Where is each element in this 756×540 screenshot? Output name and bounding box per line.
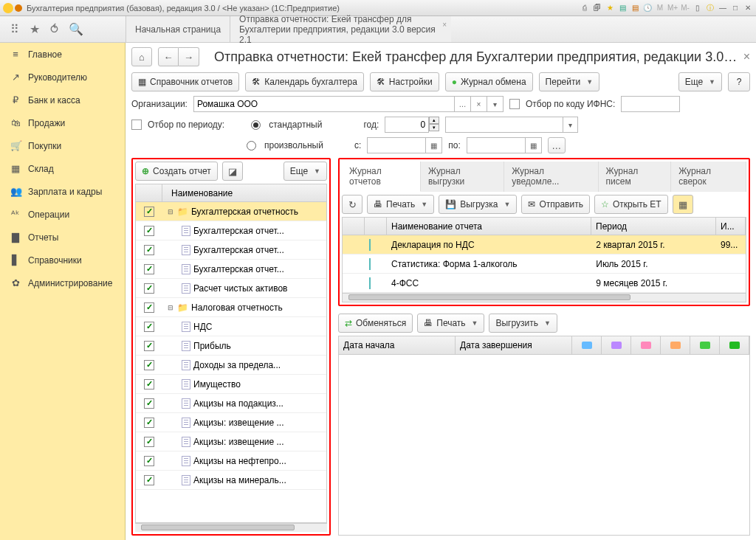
checkbox[interactable]: ✓ (144, 245, 154, 255)
checkbox[interactable]: ✓ (144, 302, 154, 313)
checkbox[interactable]: ✓ (144, 475, 154, 485)
calendar-icon[interactable]: ▦ (526, 137, 542, 153)
checkbox[interactable]: ✓ (144, 207, 154, 217)
journal-tab[interactable]: Журнал выгрузки (421, 162, 504, 192)
h-scrollbar[interactable] (343, 293, 746, 302)
sidebar-item[interactable]: ↗Руководителю (0, 66, 125, 89)
sys-icon[interactable]: ▤ (617, 3, 628, 13)
sidebar-item[interactable]: 🛍Продажи (0, 111, 125, 134)
period-drop-icon[interactable]: ▾ (563, 117, 578, 133)
checkbox[interactable]: ✓ (144, 437, 154, 447)
tree-row[interactable]: ✓ Прибыль (136, 336, 326, 356)
sys-icon[interactable]: 🕓 (642, 3, 653, 13)
sidebar-item[interactable]: 🛒Покупки (0, 134, 125, 157)
tree-row[interactable]: ✓ Акцизы: извещение ... (136, 432, 326, 451)
sidebar-item[interactable]: 👥Зарплата и кадры (0, 180, 125, 203)
search-icon[interactable]: 🔍 (69, 22, 83, 36)
journal-table[interactable]: Наименование отчета Период И... Декларац… (342, 217, 746, 302)
tree-row[interactable]: ✓ Бухгалтерская отчет... (136, 240, 326, 260)
year-input[interactable] (385, 117, 429, 133)
tree-row[interactable]: ✓ НДС (136, 317, 326, 336)
tree-row[interactable]: ✓ ⊟📁Бухгалтерская отчетность (136, 202, 326, 221)
ifns-checkbox[interactable] (509, 99, 520, 109)
journal-tab[interactable]: Журнал писем (599, 162, 672, 192)
tab-home[interactable]: Начальная страница (126, 16, 230, 42)
radio-custom[interactable] (247, 141, 256, 150)
tree-row[interactable]: ✓ Бухгалтерская отчет... (136, 221, 326, 240)
year-down-icon[interactable]: ▾ (429, 124, 439, 131)
checkbox[interactable]: ✓ (144, 264, 154, 274)
history-icon[interactable]: ⥀ (50, 22, 58, 36)
journal-tab[interactable]: Журнал сверок (671, 162, 746, 192)
exchange-journal-button[interactable]: ●Журнал обмена (445, 72, 533, 91)
h-scrollbar[interactable] (135, 523, 327, 532)
tree-row[interactable]: ✓ Доходы за предела... (136, 356, 326, 375)
left-more-button[interactable]: Еще▼ (284, 162, 327, 181)
org-clear-icon[interactable]: × (471, 96, 487, 112)
tree-row[interactable]: ✓ Бухгалтерская отчет... (136, 260, 326, 279)
reports-directory-button[interactable]: ▦Справочник отчетов (131, 72, 239, 91)
sidebar-item[interactable]: ▇Отчеты (0, 226, 125, 249)
radio-standard[interactable] (251, 120, 261, 130)
tree-row[interactable]: ✓ Акцизы: извещение ... (136, 413, 326, 432)
sys-icon[interactable]: ★ (605, 3, 615, 13)
bottom-print-button[interactable]: 🖶Печать▼ (417, 314, 484, 333)
checkbox[interactable]: ✓ (144, 341, 154, 351)
table-row[interactable]: Декларация по НДС 2 квартал 2015 г. 99..… (343, 235, 746, 255)
export-button[interactable]: 💾Выгрузка▼ (439, 195, 517, 214)
year-up-icon[interactable]: ▴ (429, 117, 439, 124)
exchange-button[interactable]: ⇄Обменяться (338, 314, 413, 333)
sys-icon[interactable]: M+ (667, 3, 678, 13)
print-button[interactable]: 🖶Печать▼ (367, 195, 434, 214)
close-window-icon[interactable]: ✕ (743, 3, 753, 13)
tree-row[interactable]: ✓ Имущество (136, 375, 326, 394)
ifns-input[interactable] (621, 96, 680, 112)
reports-tree[interactable]: Наименование ✓ ⊟📁Бухгалтерская отчетност… (135, 184, 327, 523)
period-checkbox[interactable] (131, 120, 142, 130)
home-button[interactable]: ⌂ (131, 47, 152, 66)
sys-icon[interactable]: M (655, 3, 665, 13)
goto-button[interactable]: Перейти▼ (539, 72, 599, 91)
checkbox[interactable]: ✓ (144, 398, 154, 409)
tab-close-icon[interactable]: × (442, 21, 447, 29)
star-icon[interactable]: ★ (30, 22, 40, 36)
tab-active[interactable]: Отправка отчетности: Екей трансфер для Б… (230, 16, 451, 42)
maximize-icon[interactable]: □ (730, 3, 740, 13)
settings-button[interactable]: 🛠Настройки (370, 72, 439, 91)
org-open-icon[interactable]: ▾ (487, 96, 504, 112)
help-icon[interactable]: ⓘ (705, 3, 715, 13)
calendar-button[interactable]: 🛠Календарь бухгалтера (245, 72, 364, 91)
org-input[interactable] (193, 96, 455, 112)
bottom-table-body[interactable] (338, 355, 750, 536)
toggle-view-button[interactable]: ◪ (222, 162, 243, 181)
sidebar-item[interactable]: ₽Банк и касса (0, 89, 125, 111)
refresh-button[interactable]: ↻ (342, 195, 362, 214)
sys-icon[interactable]: ▯ (693, 3, 703, 13)
checkbox[interactable]: ✓ (144, 379, 154, 390)
date-to-input[interactable] (467, 137, 526, 153)
bottom-export-button[interactable]: Выгрузить▼ (489, 314, 557, 333)
journal-tab[interactable]: Журнал уведомле... (504, 162, 598, 192)
checkbox[interactable]: ✓ (144, 283, 154, 294)
sidebar-item[interactable]: ▦Склад (0, 157, 125, 180)
period-select[interactable] (445, 117, 563, 133)
sidebar-item[interactable]: ᴬᵏОперации (0, 203, 125, 226)
help-button[interactable]: ? (728, 72, 750, 91)
checkbox[interactable]: ✓ (144, 226, 154, 236)
tree-row[interactable]: ✓ Акцизы на нефтепро... (136, 451, 326, 471)
grid-settings-button[interactable]: ▦ (673, 195, 693, 214)
forward-button[interactable]: → (179, 47, 199, 66)
open-et-button[interactable]: ☆Открыть ЕТ (594, 195, 668, 214)
sidebar-item[interactable]: ✿Администрирование (0, 271, 125, 294)
sys-icon[interactable]: ▤ (630, 3, 640, 13)
sidebar-item[interactable]: ▋Справочники (0, 249, 125, 271)
calendar-icon[interactable]: ▦ (426, 137, 442, 153)
org-more-icon[interactable]: … (455, 96, 471, 112)
sys-icon[interactable]: ⎙ (580, 3, 590, 13)
minimize-icon[interactable]: — (718, 3, 728, 13)
checkbox[interactable]: ✓ (144, 418, 154, 428)
expand-icon[interactable]: ⊟ (167, 208, 174, 215)
sys-icon[interactable]: M- (680, 3, 690, 13)
create-report-button[interactable]: ⊕Создать отчет (135, 162, 218, 181)
tree-row[interactable]: ✓ ⊟📁Налоговая отчетность (136, 298, 326, 317)
